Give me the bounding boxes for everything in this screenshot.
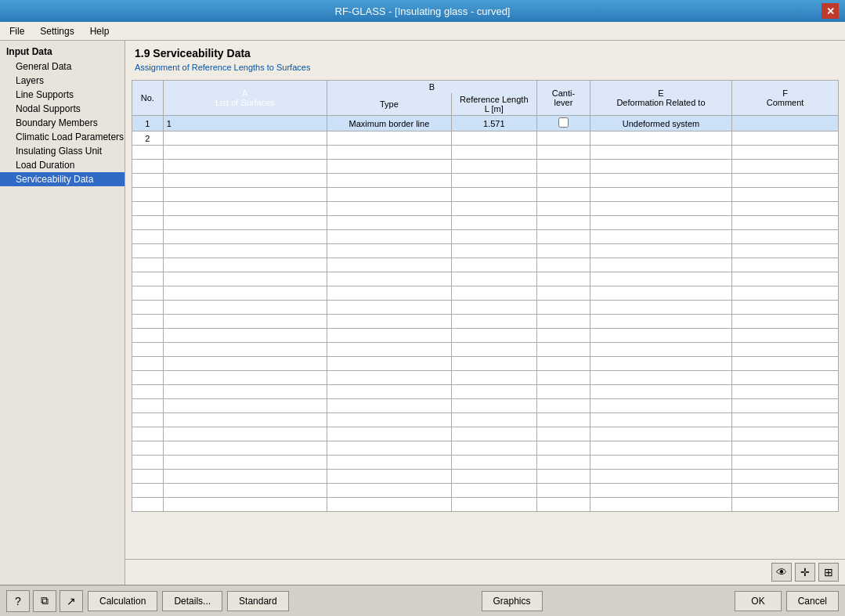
cursor-icon-button[interactable]: ✛	[795, 563, 815, 582]
footer-center: Graphics	[294, 591, 731, 611]
table-row	[132, 343, 839, 357]
table-row	[132, 357, 839, 371]
col-e-header: E Deformation Related to	[590, 81, 731, 116]
help-icon-button[interactable]: ?	[6, 590, 30, 612]
table-row	[132, 202, 839, 216]
col-b-l-header: Reference LengthL [m]	[451, 93, 536, 116]
export-icon-button[interactable]: ↗	[60, 590, 83, 612]
serviceability-table: No. A List of Surfaces B Canti-lever E D…	[132, 80, 839, 512]
title-bar: RF-GLASS - [Insulating glass - curved] ✕	[0, 0, 845, 22]
table-row	[132, 413, 839, 427]
table-row	[132, 399, 839, 413]
content-header: 1.9 Serviceability Data Assignment of Re…	[125, 41, 845, 80]
table-row	[132, 385, 839, 399]
row-l: 1.571	[451, 116, 536, 131]
table-row	[132, 230, 839, 244]
table-row	[132, 484, 839, 498]
table-row	[132, 470, 839, 484]
table-row	[132, 258, 839, 272]
standard-button[interactable]: Standard	[227, 591, 289, 611]
table-container: No. A List of Surfaces B Canti-lever E D…	[125, 80, 845, 559]
col-a-header: A List of Surfaces	[163, 81, 327, 116]
footer-right: OK Cancel	[735, 591, 839, 611]
close-button[interactable]: ✕	[822, 3, 839, 19]
table-row	[132, 498, 839, 512]
table-row	[132, 301, 839, 315]
sidebar-item-boundary-members[interactable]: Boundary Members	[0, 116, 125, 130]
sidebar-item-line-supports[interactable]: Line Supports	[0, 88, 125, 102]
sidebar-item-load-duration[interactable]: Load Duration	[0, 158, 125, 172]
row-comment	[732, 116, 839, 131]
copy-icon-button[interactable]: ⧉	[33, 590, 56, 612]
row-col-a[interactable]	[163, 131, 327, 146]
sidebar-item-climatic-load[interactable]: Climatic Load Parameters	[0, 130, 125, 144]
row-no: 2	[132, 131, 164, 146]
grid-icon-button[interactable]: ⊞	[818, 563, 839, 582]
table-row	[132, 146, 839, 160]
sidebar-item-general-data[interactable]: General Data	[0, 59, 125, 74]
sidebar-item-layers[interactable]: Layers	[0, 74, 125, 88]
table-row	[132, 371, 839, 385]
row-type: Maximum border line	[327, 116, 452, 131]
row-cantilever[interactable]	[536, 131, 590, 146]
calculation-button[interactable]: Calculation	[88, 591, 157, 611]
menu-file[interactable]: File	[3, 24, 31, 38]
table-row	[132, 174, 839, 188]
table-row[interactable]: 1 1 Maximum border line 1.571 Undeformed…	[132, 116, 839, 131]
sidebar-item-nodal-supports[interactable]: Nodal Supports	[0, 102, 125, 116]
table-row	[132, 160, 839, 174]
col-f-header: F Comment	[732, 81, 839, 116]
table-row[interactable]: 2	[132, 131, 839, 146]
content-subtitle: Assignment of Reference Lengths to Surfa…	[135, 63, 836, 72]
row-deformation	[590, 131, 731, 146]
menu-settings[interactable]: Settings	[34, 24, 80, 38]
row-cantilever[interactable]	[536, 116, 590, 131]
row-col-a[interactable]: 1	[163, 116, 327, 131]
eye-icon-button[interactable]: 👁	[771, 563, 792, 582]
row-l	[451, 131, 536, 146]
sidebar: Input Data General Data Layers Line Supp…	[0, 41, 125, 585]
graphics-button[interactable]: Graphics	[482, 591, 543, 611]
col-d-header: Canti-lever	[536, 81, 590, 116]
sidebar-section-header: Input Data	[0, 44, 125, 59]
bottom-icons-bar: 👁 ✛ ⊞	[125, 559, 845, 585]
row-no: 1	[132, 116, 164, 131]
content-title: 1.9 Serviceability Data	[135, 47, 836, 59]
cantilever-checkbox[interactable]	[558, 117, 569, 128]
sidebar-item-insulating-glass[interactable]: Insulating Glass Unit	[0, 144, 125, 158]
col-no-header: No.	[132, 81, 164, 116]
table-row	[132, 441, 839, 456]
table-row	[132, 216, 839, 230]
ok-button[interactable]: OK	[735, 591, 781, 611]
menu-bar: File Settings Help	[0, 22, 845, 41]
table-row	[132, 244, 839, 258]
table-row	[132, 286, 839, 301]
main-layout: Input Data General Data Layers Line Supp…	[0, 41, 845, 585]
details-button[interactable]: Details...	[162, 591, 222, 611]
table-row	[132, 188, 839, 202]
menu-help[interactable]: Help	[84, 24, 116, 38]
table-row	[132, 315, 839, 329]
col-b-type-header: Type	[327, 93, 452, 116]
content-area: 1.9 Serviceability Data Assignment of Re…	[125, 41, 845, 585]
title-bar-title: RF-GLASS - [Insulating glass - curved]	[23, 5, 822, 17]
footer-left: ? ⧉ ↗	[6, 590, 83, 612]
table-row	[132, 456, 839, 470]
footer: ? ⧉ ↗ Calculation Details... Standard Gr…	[0, 585, 845, 616]
table-row	[132, 272, 839, 286]
table-row	[132, 427, 839, 441]
cancel-button[interactable]: Cancel	[786, 591, 839, 611]
row-type	[327, 131, 452, 146]
sidebar-item-serviceability-data[interactable]: Serviceability Data	[0, 172, 125, 186]
row-comment	[732, 131, 839, 146]
table-row	[132, 329, 839, 343]
col-b-header: B	[327, 81, 537, 94]
row-deformation: Undeformed system	[590, 116, 731, 131]
